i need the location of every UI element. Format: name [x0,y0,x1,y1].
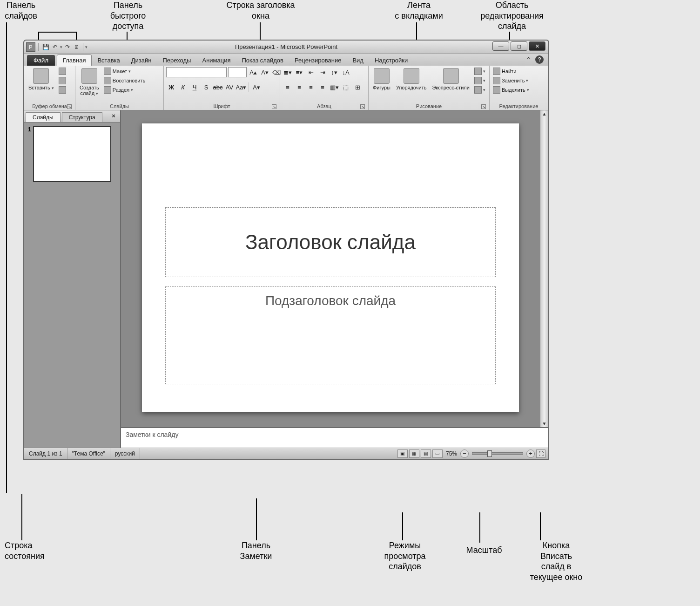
ribbon-minimize-icon[interactable]: ⌃ [526,56,532,63]
sorter-view-button[interactable]: ▦ [409,449,419,458]
columns-button[interactable]: ▥▾ [329,82,339,92]
font-dialog-launcher[interactable]: ↘ [272,104,276,109]
subtitle-placeholder[interactable]: Подзаголовок слайда [165,286,496,384]
new-slide-button[interactable]: Создатьслайд ▾ [78,67,101,97]
shapes-button[interactable]: Фигуры [371,67,392,91]
reading-view-button[interactable]: ▤ [421,449,431,458]
slide-thumbnail[interactable] [33,126,111,182]
cut-button[interactable] [58,67,67,75]
arrange-button[interactable]: Упорядочить [394,67,428,91]
underline-button[interactable]: Ч [189,82,200,92]
fit-to-window-button[interactable]: ⛶ [536,449,545,458]
zoom-slider-thumb[interactable] [487,450,492,457]
slide-thumbnail-row[interactable]: 1 [28,126,116,182]
file-tab[interactable]: Файл [27,55,55,66]
shadow-button[interactable]: S [201,82,211,92]
font-color-button[interactable]: A▾ [251,82,262,92]
format-painter-button[interactable] [58,86,67,94]
align-text-button[interactable]: ⬚ [341,82,351,92]
para-dialog-launcher[interactable]: ↘ [360,104,365,109]
qat-customize-dropdown[interactable]: ▾ [85,45,88,49]
shape-fill-button[interactable]: ▾ [473,67,486,75]
minimize-button[interactable]: — [492,41,509,51]
zoom-slider[interactable] [472,452,523,455]
status-language[interactable]: русский [110,448,140,459]
panel-tab-outline[interactable]: Структура [62,112,102,122]
undo-dropdown[interactable]: ▾ [60,45,62,49]
text-direction-button[interactable]: ↓A [341,67,351,77]
smartart-button[interactable]: ⊞ [352,82,363,92]
shrink-font-button[interactable]: A▾ [260,67,270,77]
reset-button[interactable]: Восстановить [103,76,146,85]
clipboard-dialog-launcher[interactable]: ↘ [67,104,72,109]
numbering-button[interactable]: ≡▾ [294,67,304,77]
char-spacing-button[interactable]: AV [224,82,235,92]
line-spacing-button[interactable]: ↕▾ [329,67,339,77]
redo-icon[interactable]: ↷ [63,43,72,51]
increase-indent-button[interactable]: ⇥ [317,67,328,77]
align-left-button[interactable]: ≡ [283,82,293,92]
paste-button[interactable]: Вставить ▾ [27,67,56,92]
notes-pane[interactable]: Заметки к слайду [121,427,548,448]
font-size-combo[interactable] [228,67,247,77]
app-window: P 💾 ↶ ▾ ↷ 🗎 ▾ Презентация1 - Microsoft P… [23,40,549,460]
slide-canvas-area[interactable]: Заголовок слайда Подзаголовок слайда [121,110,540,427]
section-button[interactable]: Раздел ▾ [103,86,146,94]
align-center-button[interactable]: ≡ [294,82,304,92]
font-family-combo[interactable] [166,67,227,77]
vertical-scrollbar[interactable]: ▲ ▼ [540,110,548,427]
tab-animation[interactable]: Анимация [196,55,236,66]
change-case-button[interactable]: Aa▾ [236,82,246,92]
tab-insert[interactable]: Вставка [92,55,125,66]
zoom-out-button[interactable]: − [460,449,469,458]
quick-styles-button[interactable]: Экспресс-стили [430,67,471,91]
undo-icon[interactable]: ↶ [51,43,59,51]
grow-font-button[interactable]: A▴ [248,67,258,77]
thumb-number: 1 [28,126,31,182]
tab-view[interactable]: Вид [347,55,369,66]
new-slide-icon [81,68,97,84]
panel-close-icon[interactable]: × [110,112,117,120]
slideshow-view-button[interactable]: ▭ [432,449,443,458]
italic-button[interactable]: К [178,82,188,92]
title-placeholder[interactable]: Заголовок слайда [165,207,496,277]
tab-review[interactable]: Рецензирование [289,55,347,66]
panel-tab-slides[interactable]: Слайды [26,112,61,122]
scroll-down-icon[interactable]: ▼ [542,421,547,426]
ribbon: Вставить ▾ Буфер обмена↘ Создатьслайд ▾ … [24,66,548,110]
shape-outline-button[interactable]: ▾ [473,76,486,85]
bullets-button[interactable]: ≣▾ [283,67,293,77]
align-right-button[interactable]: ≡ [306,82,316,92]
section-icon [104,86,111,94]
strike-button[interactable]: abc [213,82,223,92]
new-doc-icon[interactable]: 🗎 [73,43,81,51]
copy-icon [59,77,66,84]
shape-effects-button[interactable]: ▾ [473,86,486,94]
tab-slideshow[interactable]: Показ слайдов [236,55,289,66]
decrease-indent-button[interactable]: ⇤ [306,67,316,77]
group-clipboard-label: Буфер обмена↘ [27,102,73,110]
find-button[interactable]: Найти [492,67,530,75]
status-slide-count: Слайд 1 из 1 [24,448,67,459]
layout-button[interactable]: Макет ▾ [103,67,146,75]
bold-button[interactable]: Ж [166,82,176,92]
close-button[interactable]: ✕ [529,41,545,51]
scroll-up-icon[interactable]: ▲ [542,111,547,116]
tab-transitions[interactable]: Переходы [157,55,196,66]
slide[interactable]: Заголовок слайда Подзаголовок слайда [142,123,519,412]
replace-button[interactable]: Заменить ▾ [492,76,530,85]
normal-view-button[interactable]: ▣ [397,449,408,458]
zoom-level[interactable]: 75% [446,450,457,457]
tab-home[interactable]: Главная [57,54,92,66]
justify-button[interactable]: ≡ [317,82,328,92]
tab-design[interactable]: Дизайн [126,55,157,66]
group-drawing-label: Рисование↘ [371,102,487,110]
save-icon[interactable]: 💾 [41,43,50,51]
drawing-dialog-launcher[interactable]: ↘ [481,104,486,109]
tab-addins[interactable]: Надстройки [369,55,413,66]
zoom-in-button[interactable]: + [526,449,535,458]
maximize-button[interactable]: ◻ [511,41,527,51]
help-icon[interactable]: ? [535,55,544,64]
copy-button[interactable] [58,76,67,85]
select-button[interactable]: Выделить ▾ [492,86,530,94]
